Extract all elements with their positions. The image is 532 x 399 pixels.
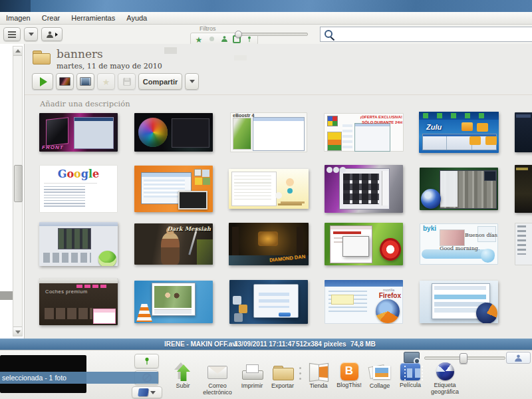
action-export-button[interactable]: Exportar [268,362,297,389]
banner-partial-dark-2[interactable] [515,165,532,213]
menu-item-crear[interactable]: Crear [42,14,61,22]
hold-selection-button[interactable] [134,354,159,368]
picasa-window: ImagenCrearHerramientasAyuda Filtros [0,0,532,399]
slider-thumb[interactable] [235,31,242,38]
banner-front-theme-label: FRONT [42,144,64,150]
search-box [320,27,532,42]
action-collage-button[interactable]: Collage [365,362,394,389]
person-icon [221,35,228,43]
circle-icon [209,37,214,41]
banner-google-search-label: Google [39,168,118,180]
action-blogthis-button[interactable]: BlogThis! [334,362,364,388]
banner-coches-premium[interactable]: Coches premium [39,279,118,325]
action-upload-button[interactable]: Subir [168,362,198,389]
action-label: BlogThis! [334,382,364,388]
banner-login-dialog[interactable] [229,280,308,324]
action-print-button[interactable]: Imprimir [237,362,267,389]
toolbar-left-group [3,27,63,41]
thumbnail-zoom-slider[interactable] [424,356,505,360]
chevron-down-icon [29,33,34,39]
banner-front-theme[interactable]: FRONT [39,113,118,152]
bottom-panel: seleccionada - 1 foto SubirCorreo electr… [0,350,532,399]
search-input[interactable] [336,29,528,41]
menu-item-herramientas[interactable]: Herramientas [71,14,115,22]
album-book-icon [138,388,149,396]
collage-icon [366,362,393,382]
search-icon [325,30,332,38]
banner-dark-messiah[interactable]: Dark Messiah [134,223,213,265]
banner-firefox[interactable]: mozillaFirefox [325,280,403,324]
banner-purple-gallery[interactable] [325,165,403,213]
export-icon [269,362,296,382]
banner-zulu[interactable]: Zulu [419,112,499,153]
geotag-icon [436,362,454,380]
filter-uploaded-button[interactable] [207,35,215,43]
banner-partial-dark[interactable] [515,112,532,152]
main-toolbar: Filtros [0,25,532,45]
action-label: Collage [365,382,394,389]
filter-faces-button[interactable] [220,35,228,43]
menu-item-ayuda[interactable]: Ayuda [126,14,147,22]
list-view-icon [8,31,16,33]
folder-list-sidebar[interactable] [0,44,25,338]
pin-icon [246,35,253,43]
folder-list-selected-row[interactable] [0,291,13,300]
status-filename: IRENE - MAKIN OFF.avi [164,340,238,348]
banner-dark-messiah-label: Dark Messiah [167,225,211,232]
action-label: Subir [168,382,198,389]
play-arrow-icon [55,33,58,37]
library-view-button[interactable] [3,27,21,41]
people-panel-button[interactable] [506,352,531,364]
scroll-up-arrow[interactable] [13,47,22,56]
selection-count-label: seleccionada - 1 foto [0,372,158,384]
action-label: Exportar [268,382,297,389]
action-label: Película [396,382,425,388]
people-view-button[interactable] [41,27,63,41]
movie2-icon [400,363,420,380]
add-to-album-button[interactable] [132,386,162,398]
thumbnail-grid: FRONTeBoostr 4¡OFERTA EXCLUSIVA!SÓLO DUR… [25,44,532,338]
banner-avg-offer-label: SÓLO DURANTE 24H [362,120,402,124]
banner-partial-light[interactable] [515,223,532,265]
separator-dots [299,364,303,384]
banner-opera[interactable] [325,223,403,265]
banner-eboostr-label: eBoostr 4 [233,113,254,118]
banner-google-search[interactable]: Google [39,165,118,213]
action-label: Tienda [304,382,333,389]
banner-icon-sphere[interactable] [134,113,213,152]
menu-bar: ImagenCrearHerramientasAyuda [0,12,532,25]
banner-byki[interactable]: bykiBuenos días.Good morning. [420,223,498,265]
email-icon [204,362,231,382]
banner-thunderbird[interactable] [420,281,498,323]
filter-date-slider[interactable] [235,33,308,36]
banner-google-earth[interactable] [420,168,498,210]
banner-vlc-player[interactable] [134,281,213,323]
person-icon [514,354,523,362]
banner-byki-label: byki [423,225,436,232]
person-icon [46,31,54,39]
action-label: Imprimir [237,382,267,389]
action-geotag-button[interactable]: Etiqueta geográfica [426,362,464,395]
window-titlebar[interactable] [0,0,532,12]
banner-avg-offer[interactable]: ¡OFERTA EXCLUSIVA!SÓLO DURANTE 24H [324,113,404,152]
action-email-button[interactable]: Correo electrónico [199,362,236,396]
scroll-down-arrow[interactable] [13,327,22,336]
banner-atube-catcher[interactable] [39,222,118,266]
sidebar-scrollbar[interactable] [13,46,23,336]
banner-cartoon-website[interactable] [229,169,309,209]
banner-zulu-label: Zulu [426,123,442,131]
upload-icon [170,362,196,382]
library-pane: banners martes, 11 de mayo de 2010 Compa… [25,44,532,338]
scrollbar-thumb[interactable] [14,165,23,202]
menu-item-imagen[interactable]: Imagen [6,14,31,22]
banner-orange-filemanager[interactable] [134,166,213,212]
banner-diamond-dan[interactable]: DIAMOND DAN [229,223,309,265]
status-bar: IRENE - MAKIN OFF.avi 13/09/2011 17:11:4… [0,338,532,350]
status-datetime: 13/09/2011 17:11:47 [234,340,295,348]
banner-avg-offer-label: ¡OFERTA EXCLUSIVA! [360,115,402,119]
banner-eboostr[interactable]: eBoostr 4 [230,112,307,152]
filter-starred-button[interactable] [195,35,203,43]
view-options-dropdown[interactable] [24,27,38,41]
action-shop-button[interactable]: Tienda [304,362,333,389]
action-movie2-button[interactable]: Película [396,362,425,388]
